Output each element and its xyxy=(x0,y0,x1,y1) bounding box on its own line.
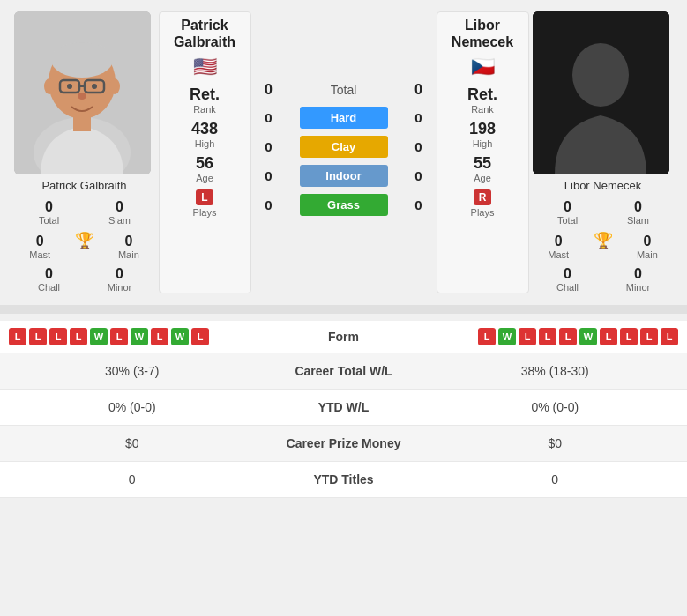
svg-point-10 xyxy=(44,78,55,94)
stats-row: 0% (0-0)YTD W/L0% (0-0) xyxy=(0,390,687,426)
right-player-card: Libor Nemecek 🇨🇿 Ret. Rank 198 High 55 A… xyxy=(437,11,529,293)
right-form-badge: W xyxy=(579,328,597,345)
svg-point-8 xyxy=(92,84,97,89)
right-flag: 🇨🇿 xyxy=(471,56,495,78)
left-form-badges: LLLLWLWLWL xyxy=(9,328,273,345)
left-indoor-score: 0 xyxy=(256,168,282,183)
left-player-fullname: Patrick Galbraith xyxy=(174,17,235,50)
stats-left-value: 0 xyxy=(9,472,256,486)
right-form-badge: L xyxy=(640,328,658,345)
svg-point-7 xyxy=(67,84,72,89)
left-high: 438 High xyxy=(191,120,218,149)
left-main-stat: 0 Main xyxy=(118,234,139,260)
right-plays: R Plays xyxy=(471,189,495,218)
left-form-badge: L xyxy=(49,328,67,345)
left-flag: 🇺🇸 xyxy=(193,56,217,78)
stats-center-label: Career Total W/L xyxy=(256,364,432,378)
right-form-badge: L xyxy=(661,328,678,345)
grass-row: 0 Grass 0 xyxy=(256,194,432,216)
stats-left-value: 30% (3-7) xyxy=(9,364,256,378)
left-form-badge: L xyxy=(29,328,47,345)
left-total-score: 0 xyxy=(256,82,282,98)
left-plays-badge: L xyxy=(196,189,213,205)
left-player-photo-container: Patrick Galbraith 0 Total 0 Slam 0 Mast … xyxy=(14,11,155,294)
left-slam-stat: 0 Slam xyxy=(88,199,152,226)
right-rank: Ret. Rank xyxy=(467,85,497,115)
indoor-row: 0 Indoor 0 xyxy=(256,165,432,187)
stats-center-label: Career Prize Money xyxy=(256,436,432,450)
indoor-button[interactable]: Indoor xyxy=(300,165,388,187)
right-form-badge: W xyxy=(498,328,516,345)
form-label: Form xyxy=(273,330,414,344)
left-player-photo xyxy=(14,11,151,174)
left-player-image xyxy=(14,11,151,174)
stats-left-value: $0 xyxy=(9,436,256,450)
left-age: 56 Age xyxy=(196,154,213,183)
right-total-score: 0 xyxy=(406,82,432,98)
left-rank: Ret. Rank xyxy=(190,85,220,115)
divider xyxy=(0,305,687,314)
right-main-stat: 0 Main xyxy=(637,234,658,260)
left-grass-score: 0 xyxy=(256,197,282,212)
left-minor-stat: 0 Minor xyxy=(88,266,152,293)
left-plays: L Plays xyxy=(193,189,217,218)
right-mast-stat: 0 Mast xyxy=(548,234,569,260)
left-mast-stat: 0 Mast xyxy=(29,234,50,260)
right-grass-score: 0 xyxy=(406,197,432,212)
svg-point-3 xyxy=(51,42,113,78)
right-form-badge: L xyxy=(478,328,496,345)
left-trophy-icon: 🏆 xyxy=(75,231,94,250)
right-hard-score: 0 xyxy=(406,110,432,125)
form-row: LLLLWLWLWL Form LWLLLWLLLL xyxy=(0,321,687,353)
right-age: 55 Age xyxy=(474,154,491,183)
right-minor-stat: 0 Minor xyxy=(607,266,670,293)
right-player-photo xyxy=(533,11,669,174)
right-trophy-icon: 🏆 xyxy=(594,231,613,250)
svg-point-11 xyxy=(109,78,120,94)
left-form-badge: L xyxy=(9,328,26,345)
grass-button[interactable]: Grass xyxy=(300,194,388,216)
right-player-photo-container: Libor Nemecek 0 Total 0 Slam 0 Mast 🏆 xyxy=(533,11,674,294)
hard-row: 0 Hard 0 xyxy=(256,107,432,129)
right-plays-badge: R xyxy=(474,189,492,205)
stats-row: $0Career Prize Money$0 xyxy=(0,426,687,462)
left-form-badge: W xyxy=(131,328,148,345)
left-form-badge: W xyxy=(90,328,108,345)
comparison-wrapper: Patrick Galbraith 0 Total 0 Slam 0 Mast … xyxy=(0,0,687,305)
right-slam-stat: 0 Slam xyxy=(607,199,670,226)
hard-button[interactable]: Hard xyxy=(300,107,388,129)
left-form-badge: L xyxy=(70,328,87,345)
right-player-silhouette xyxy=(533,11,669,174)
right-high: 198 High xyxy=(469,120,496,149)
total-label: Total xyxy=(282,83,406,97)
stats-row: 0YTD Titles0 xyxy=(0,462,687,498)
stats-left-value: 0% (0-0) xyxy=(9,400,256,414)
stats-right-value: 0 xyxy=(432,472,679,486)
left-form-badge: L xyxy=(110,328,128,345)
stats-center-label: YTD W/L xyxy=(256,400,432,414)
bottom-section: LLLLWLWLWL Form LWLLLWLLLL 30% (3-7)Care… xyxy=(0,321,687,498)
clay-button[interactable]: Clay xyxy=(300,136,388,158)
left-chall-stat: 0 Chall xyxy=(18,266,81,293)
stats-rows-container: 30% (3-7)Career Total W/L38% (18-30)0% (… xyxy=(0,353,687,498)
right-chall-stat: 0 Chall xyxy=(536,266,600,293)
right-player-fullname: Libor Nemecek xyxy=(452,17,513,50)
left-clay-score: 0 xyxy=(256,139,282,154)
right-form-badge: L xyxy=(600,328,617,345)
clay-row: 0 Clay 0 xyxy=(256,136,432,158)
svg-point-14 xyxy=(572,43,629,107)
left-total-stat: 0 Total xyxy=(18,199,81,226)
left-form-badge: L xyxy=(151,328,168,345)
left-player-name-below: Patrick Galbraith xyxy=(14,179,155,192)
left-form-badge: L xyxy=(191,328,209,345)
right-total-stat: 0 Total xyxy=(536,199,600,226)
total-row: 0 Total 0 xyxy=(256,82,432,98)
right-indoor-score: 0 xyxy=(406,168,432,183)
left-hard-score: 0 xyxy=(256,110,282,125)
right-form-badge: L xyxy=(620,328,638,345)
stats-right-value: $0 xyxy=(432,436,679,450)
right-player-name-below: Libor Nemecek xyxy=(533,179,674,192)
main-container: Patrick Galbraith 0 Total 0 Slam 0 Mast … xyxy=(0,0,687,498)
left-form-badge: W xyxy=(171,328,189,345)
right-form-badge: L xyxy=(519,328,536,345)
